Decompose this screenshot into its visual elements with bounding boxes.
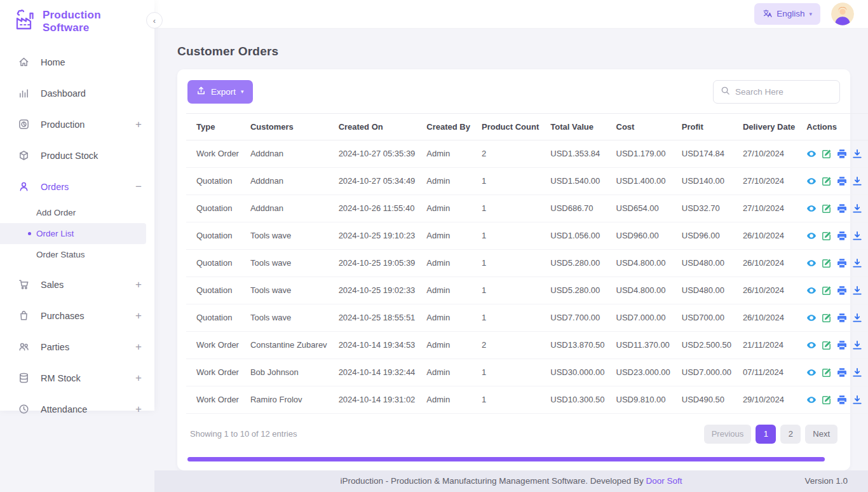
- table-row: QuotationAdddnan2024-10-26 11:55:40Admin…: [186, 195, 868, 222]
- edit-icon[interactable]: [822, 285, 832, 296]
- cell-created_by: Admin: [421, 331, 476, 359]
- user-avatar[interactable]: [831, 3, 854, 25]
- export-button[interactable]: Export ▾: [187, 80, 253, 104]
- download-icon[interactable]: [852, 340, 862, 350]
- edit-icon[interactable]: [822, 231, 832, 241]
- download-icon[interactable]: [852, 203, 862, 214]
- topbar: ‹ English ▾: [154, 0, 868, 29]
- print-icon[interactable]: [837, 231, 847, 241]
- download-icon[interactable]: [852, 285, 862, 296]
- print-icon[interactable]: [837, 285, 847, 296]
- sidebar-item-label: Attendance: [41, 404, 87, 414]
- export-label: Export: [211, 87, 236, 97]
- view-icon[interactable]: [806, 176, 817, 186]
- content-area: Customer Orders Export ▾: [154, 29, 868, 470]
- print-icon[interactable]: [837, 176, 847, 186]
- view-icon[interactable]: [806, 149, 817, 159]
- page-button-2[interactable]: 2: [780, 425, 801, 444]
- sidebar-subitem-label: Order Status: [36, 250, 85, 259]
- download-icon[interactable]: [852, 149, 862, 159]
- print-icon[interactable]: [837, 367, 847, 378]
- cell-delivery_date: 21/11/2024: [737, 331, 801, 359]
- sidebar-item-orders[interactable]: Orders−: [0, 171, 154, 202]
- download-icon[interactable]: [852, 313, 862, 323]
- edit-icon[interactable]: [822, 203, 832, 214]
- dashboard-icon: [18, 87, 30, 99]
- sidebar-item-parties[interactable]: Parties+: [0, 331, 154, 362]
- sidebar: Production Software HomeDashboardProduct…: [0, 0, 154, 411]
- sidebar-nav: HomeDashboardProduction+Product StockOrd…: [0, 43, 154, 425]
- edit-icon[interactable]: [822, 176, 832, 186]
- language-label: English: [776, 9, 804, 18]
- cell-customer: Constantine Zubarev: [245, 331, 333, 359]
- print-icon[interactable]: [837, 313, 847, 323]
- door-soft-link[interactable]: Door Soft: [646, 476, 682, 486]
- sidebar-item-dashboard[interactable]: Dashboard: [0, 78, 154, 109]
- download-icon[interactable]: [852, 176, 862, 186]
- cell-actions: [801, 249, 868, 277]
- plus-icon: +: [135, 118, 142, 131]
- sidebar-subitem-add-order[interactable]: Add Order: [0, 202, 146, 223]
- cell-profit: USD480.00: [676, 249, 737, 277]
- language-selector[interactable]: English ▾: [754, 3, 820, 25]
- sidebar-item-home[interactable]: Home: [0, 46, 154, 78]
- cell-profit: USD490.50: [676, 386, 737, 413]
- sidebar-item-product-stock[interactable]: Product Stock: [0, 140, 154, 171]
- edit-icon[interactable]: [822, 340, 832, 350]
- edit-icon[interactable]: [822, 367, 832, 378]
- sidebar-item-attendance[interactable]: Attendance+: [0, 393, 154, 425]
- previous-page-button[interactable]: Previous: [704, 425, 752, 444]
- sidebar-item-purchases[interactable]: Purchases+: [0, 300, 154, 331]
- cell-delivery_date: 26/10/2024: [737, 277, 801, 304]
- sidebar-collapse-button[interactable]: ‹: [146, 12, 163, 29]
- cell-customer: Adddnan: [245, 140, 333, 167]
- cell-product_count: 1: [476, 386, 545, 413]
- download-icon[interactable]: [852, 395, 862, 405]
- sidebar-subitem-order-status[interactable]: Order Status: [0, 244, 146, 265]
- table-row: QuotationTools wave2024-10-25 18:55:51Ad…: [186, 304, 868, 331]
- cell-actions: [801, 222, 868, 249]
- edit-icon[interactable]: [822, 395, 832, 405]
- view-icon[interactable]: [806, 285, 817, 296]
- page-button-1[interactable]: 1: [756, 425, 776, 444]
- sidebar-subitem-order-list[interactable]: Order List: [0, 223, 146, 244]
- sidebar-submenu: Add OrderOrder ListOrder Status: [0, 202, 154, 269]
- cell-total_value: USD5.280.00: [545, 277, 610, 304]
- view-icon[interactable]: [806, 231, 817, 241]
- sidebar-item-sales[interactable]: Sales+: [0, 269, 154, 300]
- print-icon[interactable]: [837, 340, 847, 350]
- plus-icon: +: [135, 310, 142, 322]
- search-input[interactable]: [735, 87, 832, 97]
- cell-delivery_date: 26/10/2024: [737, 249, 801, 277]
- view-icon[interactable]: [806, 313, 817, 323]
- column-header: Customers: [245, 113, 333, 140]
- edit-icon[interactable]: [822, 258, 832, 268]
- edit-icon[interactable]: [822, 149, 832, 159]
- entries-summary: Showing 1 to 10 of 12 entries: [190, 429, 297, 439]
- download-icon[interactable]: [852, 258, 862, 268]
- print-icon[interactable]: [837, 149, 847, 159]
- factory-logo-icon: [13, 10, 37, 34]
- sidebar-item-label: Dashboard: [41, 88, 86, 99]
- view-icon[interactable]: [806, 340, 817, 350]
- sidebar-item-production[interactable]: Production+: [0, 109, 154, 140]
- horizontal-scrollbar[interactable]: [187, 457, 825, 461]
- cell-created_on: 2024-10-14 19:34:53: [333, 331, 421, 359]
- sidebar-item-rm-stock[interactable]: RM Stock+: [0, 362, 154, 393]
- purchases-icon: [18, 310, 30, 322]
- cell-created_on: 2024-10-25 19:05:39: [333, 249, 421, 277]
- view-icon[interactable]: [806, 395, 817, 405]
- print-icon[interactable]: [837, 258, 847, 268]
- download-icon[interactable]: [852, 367, 862, 378]
- view-icon[interactable]: [806, 203, 817, 214]
- next-page-button[interactable]: Next: [805, 425, 837, 444]
- download-icon[interactable]: [852, 231, 862, 241]
- cell-actions: [801, 167, 868, 195]
- print-icon[interactable]: [837, 395, 847, 405]
- column-header: Profit: [676, 113, 737, 140]
- cell-delivery_date: 07/11/2024: [737, 359, 801, 386]
- edit-icon[interactable]: [822, 313, 832, 323]
- print-icon[interactable]: [837, 203, 847, 214]
- view-icon[interactable]: [806, 258, 817, 268]
- view-icon[interactable]: [806, 367, 817, 378]
